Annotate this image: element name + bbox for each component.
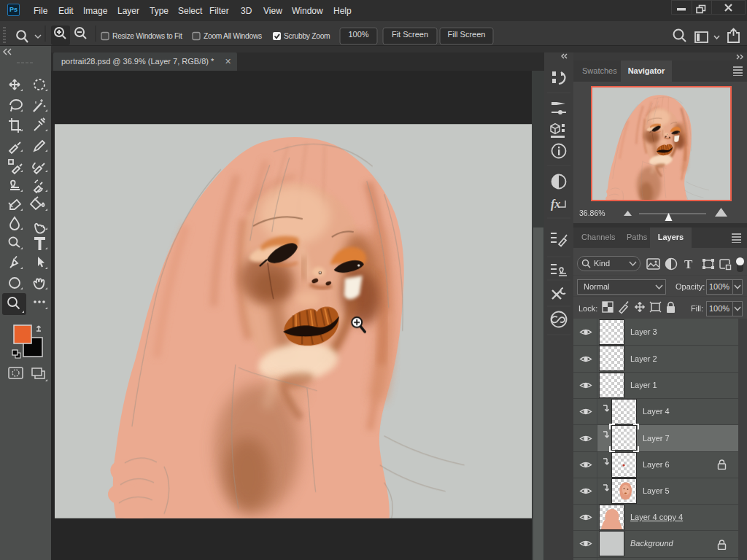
svg-text:T: T <box>684 257 693 271</box>
svg-text:fx: fx <box>551 198 560 211</box>
